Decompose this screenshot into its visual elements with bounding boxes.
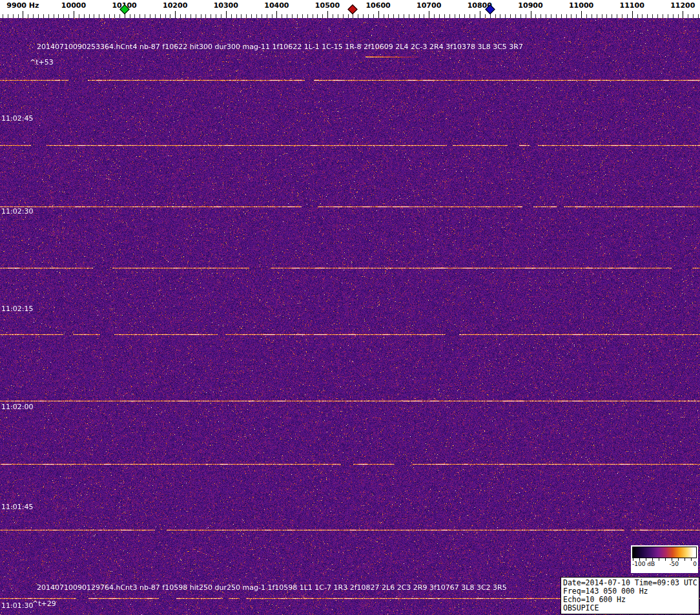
time-label-110230: 11:02:30	[1, 207, 33, 216]
annotation-top-offset: ^t+53	[30, 58, 54, 66]
colorbar-gradient	[632, 547, 697, 558]
time-label-110215: 11:02:15	[1, 305, 33, 313]
colorbar: -100 dB -50 0	[631, 545, 698, 573]
colorbar-label-mid: -50	[669, 561, 679, 567]
time-label-110245: 11:02:45	[1, 114, 33, 123]
annotation-bottom-event: 20140710090129764.hCnt3 nb-87 f10598 hit…	[37, 583, 507, 592]
blue-marker-diamond-icon[interactable]	[485, 5, 495, 15]
frequency-ruler[interactable]: 9900 Hz100001010010200103001040010500106…	[0, 0, 700, 18]
colorbar-label-max: 0	[693, 561, 697, 567]
annotation-top-event: 20140710090253364.hCnt4 nb-87 f10622 hit…	[37, 43, 523, 51]
info-line-station: OBSUPICE	[563, 604, 697, 612]
ruler-cursor-markers	[0, 0, 700, 18]
time-label-110130: 11:01:30	[1, 601, 33, 610]
spectrogram-canvas[interactable]	[0, 18, 700, 615]
green-marker-diamond-icon[interactable]	[119, 5, 130, 15]
annotation-bottom-offset: ^t+29	[32, 600, 56, 608]
red-marker-diamond-icon[interactable]	[348, 5, 358, 15]
time-label-110145: 11:01:45	[1, 503, 33, 511]
colorbar-labels: -100 dB -50 0	[631, 561, 698, 567]
info-box: Date=2014-07-10 Time=09:03 UTC Freq=143 …	[561, 577, 699, 614]
spectrogram-window: 9900 Hz100001010010200103001040010500106…	[0, 0, 700, 615]
colorbar-label-min: -100 dB	[632, 561, 655, 567]
time-label-110200: 11:02:00	[1, 403, 33, 411]
